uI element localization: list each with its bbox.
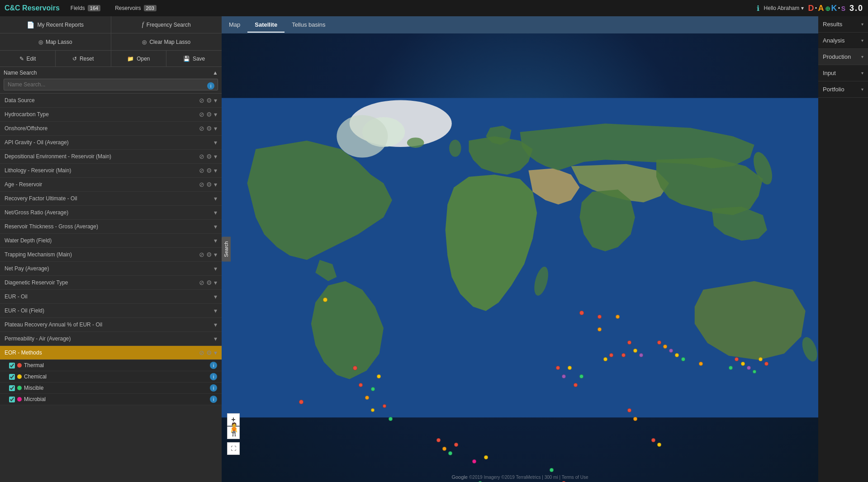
filter-dropdown-icon-data-source[interactable]: ▾ (214, 97, 217, 104)
filter-row-reservoir-thickness[interactable]: Reservoir Thickness - Gross (Average)▾ (0, 220, 222, 234)
filter-layers-icon-lithology[interactable]: ⚙ (206, 167, 212, 174)
filter-row-net-pay[interactable]: Net Pay (Average)▾ (0, 262, 222, 276)
portfolio-button[interactable]: Portfolio ▾ (818, 81, 868, 98)
edit-button[interactable]: ✎ Edit (0, 51, 56, 66)
filter-label-permeability-air: Permeability - Air (Average) (5, 336, 214, 342)
eor-label-chemical[interactable]: Chemical (9, 373, 47, 380)
filter-row-recovery-factor[interactable]: Recovery Factor Ultimate - Oil▾ (0, 192, 222, 206)
filter-dropdown-icon-lithology[interactable]: ▾ (214, 167, 217, 174)
filter-row-eur-oil-field[interactable]: EUR - Oil (Field)▾ (0, 304, 222, 318)
eor-checkbox-miscible[interactable] (9, 385, 15, 391)
filter-dropdown-icon-api-gravity[interactable]: ▾ (214, 139, 217, 146)
filter-dropdown-icon-net-pay[interactable]: ▾ (214, 265, 217, 272)
eor-checkbox-chemical[interactable] (9, 374, 15, 380)
filter-dropdown-icon-eur-oil-field[interactable]: ▾ (214, 307, 217, 314)
eor-info-miscible[interactable]: i (210, 384, 217, 392)
tab-satellite[interactable]: Satellite (247, 18, 285, 33)
filter-row-net-gross[interactable]: Net/Gross Ratio (Average)▾ (0, 206, 222, 220)
filter-cancel-icon-diagenetic-reservoir[interactable]: ⊘ (199, 279, 204, 286)
filter-dropdown-icon-water-depth[interactable]: ▾ (214, 237, 217, 244)
filter-cancel-icon-age-reservoir[interactable]: ⊘ (199, 181, 204, 188)
filter-row-eur-oil[interactable]: EUR - Oil▾ (0, 290, 222, 304)
eor-checkbox-microbial[interactable] (9, 397, 15, 402)
filter-layers-icon-trapping-mechanism[interactable]: ⚙ (206, 251, 212, 258)
filter-dropdown-icon-trapping-mechanism[interactable]: ▾ (214, 251, 217, 258)
filter-cancel-icon-hydrocarbon-type[interactable]: ⊘ (199, 111, 204, 118)
filter-row-trapping-mechanism[interactable]: Trapping Mechanism (Main)⊘⚙▾ (0, 248, 222, 262)
reservoirs-nav[interactable]: Reservoirs 203 (111, 3, 160, 13)
filter-dropdown-icon-reservoir-thickness[interactable]: ▾ (214, 223, 217, 230)
person-icon[interactable]: 🧍 (226, 422, 242, 437)
frequency-search-button[interactable]: f Frequency Search (111, 16, 222, 33)
filter-cancel-icon-depositional-env[interactable]: ⊘ (199, 153, 204, 160)
clear-lasso-label: Clear Map Lasso (149, 39, 190, 45)
filter-row-plateau-recovery[interactable]: Plateau Recovery Annual % of EUR - Oil▾ (0, 318, 222, 332)
eor-label-microbial[interactable]: Microbial (9, 396, 46, 402)
filter-cancel-icon-data-source[interactable]: ⊘ (199, 97, 204, 104)
filter-row-hydrocarbon-type[interactable]: Hydrocarbon Type⊘⚙▾ (0, 108, 222, 122)
filter-row-depositional-env[interactable]: Depositional Environment - Reservoir (Ma… (0, 150, 222, 164)
filter-layers-icon-onshore-offshore[interactable]: ⚙ (206, 125, 212, 132)
map-lasso-button[interactable]: ◎ Map Lasso (0, 33, 111, 50)
filter-row-lithology[interactable]: Lithology - Reservoir (Main)⊘⚙▾ (0, 164, 222, 178)
eor-info-microbial[interactable]: i (210, 396, 217, 403)
filter-cancel-icon-onshore-offshore[interactable]: ⊘ (199, 125, 204, 132)
fullscreen-button[interactable]: ⛶ (227, 442, 240, 455)
filter-dropdown-icon-eor-methods[interactable]: ▾ (214, 349, 217, 356)
filter-row-water-depth[interactable]: Water Depth (Field)▾ (0, 234, 222, 248)
fields-nav[interactable]: Fields 164 (67, 3, 104, 13)
filter-dropdown-icon-depositional-env[interactable]: ▾ (214, 153, 217, 160)
filter-row-diagenetic-reservoir[interactable]: Diagenetic Reservoir Type⊘⚙▾ (0, 276, 222, 290)
save-label: Save (193, 56, 205, 62)
reset-button[interactable]: ↺ Reset (56, 51, 111, 66)
filter-row-onshore-offshore[interactable]: Onshore/Offshore⊘⚙▾ (0, 122, 222, 136)
filter-dropdown-icon-permeability-air[interactable]: ▾ (214, 335, 217, 342)
filter-dropdown-icon-hydrocarbon-type[interactable]: ▾ (214, 111, 217, 118)
filter-layers-icon-age-reservoir[interactable]: ⚙ (206, 181, 212, 188)
filter-layers-icon-data-source[interactable]: ⚙ (206, 97, 212, 104)
eor-info-chemical[interactable]: i (210, 373, 217, 380)
eor-label-miscible[interactable]: Miscible (9, 385, 43, 391)
filter-dropdown-icon-diagenetic-reservoir[interactable]: ▾ (214, 279, 217, 286)
filter-layers-icon-hydrocarbon-type[interactable]: ⚙ (206, 111, 212, 118)
recent-reports-button[interactable]: 📄 My Recent Reports (0, 16, 111, 33)
results-button[interactable]: Results ▾ (818, 16, 868, 33)
map-area[interactable]: Map Satellite Tellus basins Search (222, 16, 818, 482)
filter-cancel-icon-trapping-mechanism[interactable]: ⊘ (199, 251, 204, 258)
name-search-input[interactable] (4, 79, 218, 90)
clear-map-lasso-button[interactable]: ◎ Clear Map Lasso (111, 33, 222, 50)
filter-dropdown-icon-age-reservoir[interactable]: ▾ (214, 181, 217, 188)
tab-map[interactable]: Map (222, 18, 247, 33)
open-button[interactable]: 📁 Open (111, 51, 167, 66)
filter-dropdown-icon-onshore-offshore[interactable]: ▾ (214, 125, 217, 132)
filter-cancel-icon-lithology[interactable]: ⊘ (199, 167, 204, 174)
info-icon[interactable]: ℹ (757, 4, 759, 13)
eor-label-thermal[interactable]: Thermal (9, 362, 44, 369)
filter-dropdown-icon-eur-oil[interactable]: ▾ (214, 293, 217, 300)
eor-checkbox-thermal[interactable] (9, 363, 15, 369)
filter-dropdown-icon-recovery-factor[interactable]: ▾ (214, 195, 217, 202)
daks-logo: D·A⊕K·S 3.0 (808, 4, 863, 13)
filter-dropdown-icon-plateau-recovery[interactable]: ▾ (214, 321, 217, 328)
filter-row-api-gravity[interactable]: API Gravity - Oil (Average)▾ (0, 136, 222, 150)
filter-cancel-icon-eor-methods[interactable]: ⊘ (199, 349, 204, 356)
tab-tellus[interactable]: Tellus basins (285, 18, 332, 33)
production-button[interactable]: Production ▾ (818, 49, 868, 65)
filter-row-permeability-air[interactable]: Permeability - Air (Average)▾ (0, 332, 222, 346)
filter-row-age-reservoir[interactable]: Age - Reservoir⊘⚙▾ (0, 178, 222, 192)
filter-row-eor-methods[interactable]: EOR - Methods⊘⚙▾ (0, 346, 222, 360)
input-button[interactable]: Input ▾ (818, 65, 868, 81)
search-toggle-label: Search (223, 241, 229, 257)
name-search-expand[interactable]: ▲ (213, 70, 218, 76)
eor-info-thermal[interactable]: i (210, 362, 217, 369)
analysis-button[interactable]: Analysis ▾ (818, 33, 868, 49)
save-button[interactable]: 💾 Save (166, 51, 222, 66)
filter-row-data-source[interactable]: Data Source⊘⚙▾ (0, 94, 222, 108)
filter-dropdown-icon-net-gross[interactable]: ▾ (214, 209, 217, 216)
search-toggle[interactable]: Search (222, 237, 231, 262)
filter-layers-icon-depositional-env[interactable]: ⚙ (206, 153, 212, 160)
user-menu[interactable]: Hello Abraham ▾ (764, 5, 804, 11)
filter-layers-icon-diagenetic-reservoir[interactable]: ⚙ (206, 279, 212, 286)
filter-layers-icon-eor-methods[interactable]: ⚙ (206, 349, 212, 356)
name-search-info[interactable]: i (207, 82, 214, 90)
